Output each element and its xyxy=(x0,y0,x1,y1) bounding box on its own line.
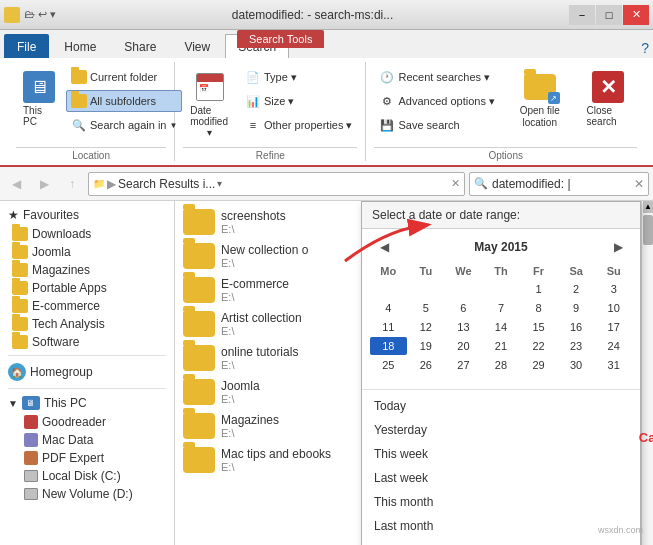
recent-icon: 🕐 xyxy=(379,69,395,85)
search-input[interactable] xyxy=(492,177,630,191)
scrollbar-track[interactable]: ▲ ▼ xyxy=(641,201,653,545)
cal-day-10[interactable]: 10 xyxy=(595,299,632,317)
cal-day-30[interactable]: 30 xyxy=(558,356,595,374)
save-search-button[interactable]: 💾 Save search xyxy=(374,114,499,136)
refine-buttons: 📅 Date modified▾ 📄 Type ▾ 📊 Size ▾ xyxy=(183,62,357,147)
cal-header-we: We xyxy=(445,263,482,279)
up-button[interactable]: ↑ xyxy=(60,172,84,196)
advanced-options-button[interactable]: ⚙ Advanced options ▾ xyxy=(374,90,499,112)
cal-day-1[interactable]: 1 xyxy=(520,280,557,298)
favourites-header[interactable]: ★ Favourites xyxy=(0,205,174,225)
cal-day-13[interactable]: 13 xyxy=(445,318,482,336)
sidebar-item-local-disk[interactable]: Local Disk (C:) xyxy=(0,467,174,485)
cal-day-25[interactable]: 25 xyxy=(370,356,407,374)
all-subfolders-button[interactable]: All subfolders xyxy=(66,90,182,112)
mac-data-icon xyxy=(24,433,38,447)
cal-day-15[interactable]: 15 xyxy=(520,318,557,336)
help-button[interactable]: ? xyxy=(641,40,649,56)
recent-searches-button[interactable]: 🕐 Recent searches ▾ xyxy=(374,66,499,88)
scroll-up[interactable]: ▲ xyxy=(643,201,653,213)
watermark: wsxdn.com xyxy=(598,525,643,535)
sidebar-item-goodreader[interactable]: Goodreader xyxy=(0,413,174,431)
search-again-in-button[interactable]: 🔍 Search again in ▼ xyxy=(66,114,182,136)
scrollbar-thumb[interactable] xyxy=(643,215,653,245)
cal-day-18-today[interactable]: 18 xyxy=(370,337,407,355)
sidebar-item-pdf-expert[interactable]: PDF Expert xyxy=(0,449,174,467)
cal-header-sa: Sa xyxy=(558,263,595,279)
preset-this-week[interactable]: This week xyxy=(362,442,640,466)
open-file-location-button[interactable]: ↗ Open file location xyxy=(504,66,576,134)
sidebar-item-ecommerce[interactable]: E-commerce xyxy=(0,297,174,315)
sidebar-item-downloads[interactable]: Downloads xyxy=(0,225,174,243)
sidebar-item-joomla[interactable]: Joomla xyxy=(0,243,174,261)
minimize-button[interactable]: − xyxy=(569,5,595,25)
preset-this-year[interactable]: This year xyxy=(362,538,640,545)
cal-day-21[interactable]: 21 xyxy=(483,337,520,355)
preset-this-month[interactable]: This month xyxy=(362,490,640,514)
homegroup-header[interactable]: 🏠 Homegroup xyxy=(0,360,174,384)
close-button[interactable]: ✕ xyxy=(623,5,649,25)
cal-day-11[interactable]: 11 xyxy=(370,318,407,336)
address-bar[interactable]: 📁 ▶ Search Results i... ▾ ✕ xyxy=(88,172,465,196)
cal-day-5[interactable]: 5 xyxy=(408,299,445,317)
maximize-button[interactable]: □ xyxy=(596,5,622,25)
ribbon-tabs-row: File Home Share View Search ? xyxy=(0,30,653,58)
sidebar-item-software[interactable]: Software xyxy=(0,333,174,351)
cal-day-22[interactable]: 22 xyxy=(520,337,557,355)
forward-button[interactable]: ▶ xyxy=(32,172,56,196)
cal-day-23[interactable]: 23 xyxy=(558,337,595,355)
cal-day-8[interactable]: 8 xyxy=(520,299,557,317)
sidebar-item-portable-apps[interactable]: Portable Apps xyxy=(0,279,174,297)
sidebar-item-tech-analysis[interactable]: Tech Analysis xyxy=(0,315,174,333)
sidebar-item-mac-data[interactable]: Mac Data xyxy=(0,431,174,449)
cal-day-28[interactable]: 28 xyxy=(483,356,520,374)
address-dropdown[interactable]: ▾ xyxy=(217,178,222,189)
cal-day-4[interactable]: 4 xyxy=(370,299,407,317)
sidebar-item-new-volume[interactable]: New Volume (D:) xyxy=(0,485,174,503)
folder-icon xyxy=(183,447,215,473)
cal-day-3[interactable]: 3 xyxy=(595,280,632,298)
cal-day-24[interactable]: 24 xyxy=(595,337,632,355)
refine-label: Refine xyxy=(183,147,357,161)
sidebar-item-magazines[interactable]: Magazines xyxy=(0,261,174,279)
cal-day-27[interactable]: 27 xyxy=(445,356,482,374)
tab-home[interactable]: Home xyxy=(51,34,109,58)
next-month-button[interactable]: ▶ xyxy=(608,237,628,257)
back-button[interactable]: ◀ xyxy=(4,172,28,196)
cal-day-7[interactable]: 7 xyxy=(483,299,520,317)
search-bar-container[interactable]: 🔍 ✕ xyxy=(469,172,649,196)
cal-day-12[interactable]: 12 xyxy=(408,318,445,336)
search-tools-context-tab: Search Tools xyxy=(237,30,324,48)
cal-day-20[interactable]: 20 xyxy=(445,337,482,355)
size-button[interactable]: 📊 Size ▾ xyxy=(240,90,357,112)
cal-day-16[interactable]: 16 xyxy=(558,318,595,336)
tab-view[interactable]: View xyxy=(171,34,223,58)
cal-day-9[interactable]: 9 xyxy=(558,299,595,317)
cal-day-2[interactable]: 2 xyxy=(558,280,595,298)
presets-section: Today Yesterday This week Last week This… xyxy=(362,390,640,545)
this-pc-button[interactable]: 🖥 This PC xyxy=(16,66,62,132)
preset-yesterday[interactable]: Yesterday xyxy=(362,418,640,442)
cal-day-19[interactable]: 19 xyxy=(408,337,445,355)
prev-month-button[interactable]: ◀ xyxy=(374,237,394,257)
address-refresh[interactable]: ✕ xyxy=(451,177,460,190)
tab-share[interactable]: Share xyxy=(111,34,169,58)
current-folder-button[interactable]: Current folder xyxy=(66,66,182,88)
this-pc-header[interactable]: ▼ 🖥 This PC xyxy=(0,393,174,413)
close-search-button[interactable]: ✕ Close search xyxy=(580,66,638,132)
type-button[interactable]: 📄 Type ▾ xyxy=(240,66,357,88)
cal-day-31[interactable]: 31 xyxy=(595,356,632,374)
cal-day-6[interactable]: 6 xyxy=(445,299,482,317)
preset-today[interactable]: Today xyxy=(362,394,640,418)
date-modified-button[interactable]: 📅 Date modified▾ xyxy=(183,66,236,143)
cal-day-17[interactable]: 17 xyxy=(595,318,632,336)
this-pc-icon: 🖥 xyxy=(23,71,55,103)
tab-file[interactable]: File xyxy=(4,34,49,58)
search-clear[interactable]: ✕ xyxy=(634,177,644,191)
cal-day-26[interactable]: 26 xyxy=(408,356,445,374)
preset-last-week[interactable]: Last week xyxy=(362,466,640,490)
cal-day-14[interactable]: 14 xyxy=(483,318,520,336)
location-label: Location xyxy=(16,147,166,161)
other-properties-button[interactable]: ≡ Other properties ▾ xyxy=(240,114,357,136)
cal-day-29[interactable]: 29 xyxy=(520,356,557,374)
